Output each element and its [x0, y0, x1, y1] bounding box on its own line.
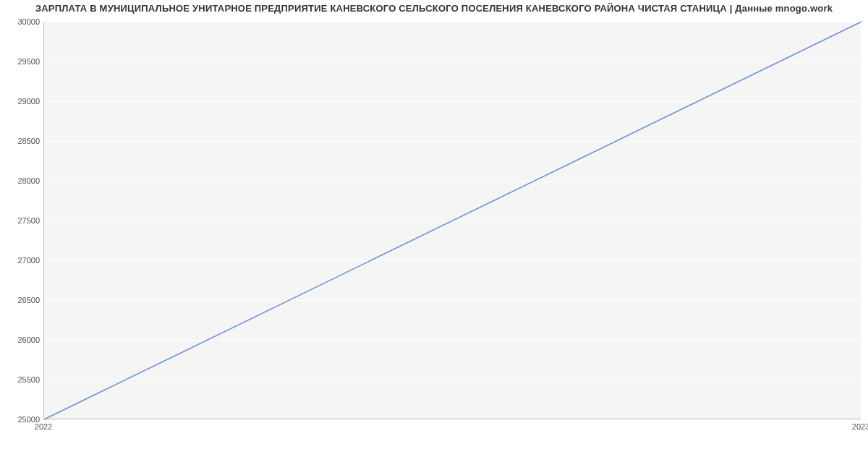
plot-area — [43, 22, 861, 419]
y-tick-label: 29500 — [4, 57, 40, 66]
y-tick-label: 27500 — [4, 216, 40, 225]
y-tick-label: 28000 — [4, 176, 40, 185]
chart-title: ЗАРПЛАТА В МУНИЦИПАЛЬНОЕ УНИТАРНОЕ ПРЕДП… — [0, 3, 868, 14]
chart-container: ЗАРПЛАТА В МУНИЦИПАЛЬНОЕ УНИТАРНОЕ ПРЕДП… — [0, 0, 868, 470]
y-tick-label: 26000 — [4, 336, 40, 344]
x-tick-label: 2023 — [852, 422, 868, 431]
y-tick-label: 27000 — [4, 256, 40, 265]
x-tick-label: 2022 — [35, 422, 52, 431]
gridline — [44, 419, 861, 420]
y-tick-label: 30000 — [4, 17, 40, 26]
y-tick-label: 29000 — [4, 97, 40, 106]
y-tick-label: 26500 — [4, 296, 40, 304]
series-line-salary — [44, 22, 861, 419]
y-tick-label: 25500 — [4, 375, 40, 384]
y-tick-label: 28500 — [4, 137, 40, 145]
line-layer — [44, 22, 861, 419]
